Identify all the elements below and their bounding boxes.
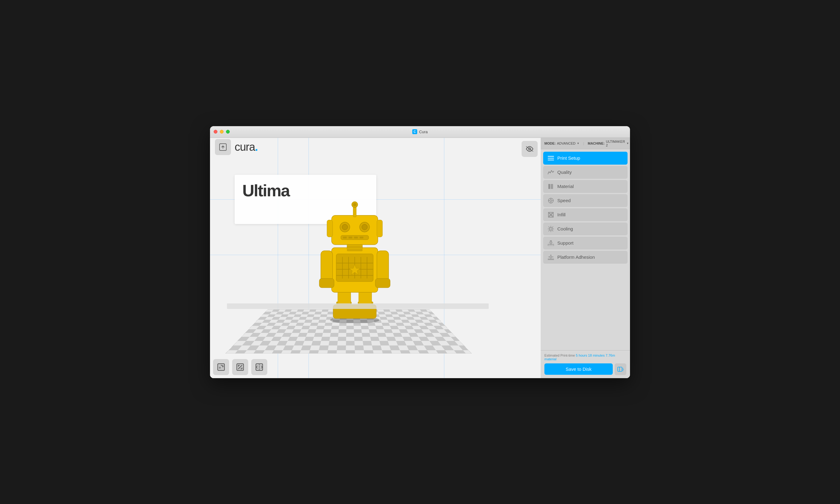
close-button[interactable] (214, 130, 217, 133)
view-mode-button[interactable] (522, 141, 538, 157)
machine-dropdown-arrow: ▼ (626, 142, 629, 145)
svg-rect-25 (347, 246, 363, 248)
svg-rect-27 (332, 215, 378, 245)
menu-label-quality: Quality (557, 169, 572, 175)
svg-rect-36 (360, 237, 363, 238)
svg-point-29 (342, 224, 348, 230)
svg-line-74 (549, 227, 550, 228)
upload-button[interactable] (215, 139, 231, 155)
svg-rect-21 (377, 251, 389, 282)
print-setup-icon (547, 155, 554, 162)
right-panel: MODE: ADVANCED ▼ | MACHINE: ULTIMAKER 2 … (541, 138, 630, 378)
svg-rect-42 (218, 364, 225, 371)
platform-edge (227, 303, 489, 309)
cooling-icon (547, 226, 554, 232)
machine-selector[interactable]: MACHINE: ULTIMAKER 2 ▼ (588, 140, 629, 147)
minimize-button[interactable] (220, 130, 224, 133)
ultimaker-branding: Ultima (242, 181, 290, 200)
app-window: C Cura (210, 126, 630, 378)
mode-dropdown-arrow: ▼ (577, 142, 579, 145)
speed-icon (547, 197, 554, 204)
panel-header: MODE: ADVANCED ▼ | MACHINE: ULTIMAKER 2 … (541, 138, 630, 149)
3d-viewport[interactable]: cura. Ultima (210, 138, 541, 378)
titlebar: C Cura (210, 126, 630, 138)
estimate-text: Estimated Print-time 5 hours 18 minutes … (544, 354, 626, 361)
svg-rect-40 (327, 220, 333, 237)
mode-selector[interactable]: MODE: ADVANCED ▼ (544, 142, 579, 145)
svg-rect-19 (321, 251, 333, 282)
svg-rect-87 (618, 367, 622, 372)
bottom-panel: Estimated Print-time 5 hours 18 minutes … (541, 350, 630, 378)
maximize-button[interactable] (226, 130, 230, 133)
traffic-lights (214, 130, 230, 133)
menu-label-material: Material (557, 184, 574, 189)
menu-item-print-setup[interactable]: Print Setup (543, 152, 628, 165)
menu-item-quality[interactable]: Quality (543, 166, 628, 179)
menu-label-print-setup: Print Setup (557, 156, 580, 161)
svg-point-31 (362, 224, 367, 230)
svg-line-77 (549, 230, 550, 231)
app-icon: C (412, 129, 417, 134)
logo-text: cura. (234, 141, 258, 154)
svg-rect-35 (354, 237, 358, 238)
mode-value: ADVANCED (557, 142, 576, 145)
menu-item-speed[interactable]: Speed (543, 194, 628, 207)
platform-adhesion-icon (547, 254, 554, 260)
material-icon (547, 183, 554, 190)
mode-label: MODE: (544, 142, 556, 145)
menu-item-cooling[interactable]: Cooling (543, 222, 628, 235)
menu-item-platform-adhesion[interactable]: Platform Adhesion (543, 251, 628, 264)
save-row: Save to Disk (544, 363, 626, 375)
save-to-disk-button[interactable]: Save to Disk (544, 363, 613, 375)
svg-line-80 (549, 241, 551, 243)
header-divider: | (583, 142, 584, 145)
bottom-tools (213, 359, 267, 375)
menu-label-platform-adhesion: Platform Adhesion (557, 254, 595, 260)
svg-rect-22 (375, 278, 390, 288)
mirror-tool[interactable] (251, 359, 267, 375)
machine-label: MACHINE: (588, 142, 605, 145)
svg-line-81 (551, 241, 553, 243)
svg-point-39 (353, 203, 356, 206)
main-content: cura. Ultima (210, 138, 630, 378)
rotate-tool[interactable] (213, 359, 229, 375)
menu-label-cooling: Cooling (557, 226, 573, 231)
machine-value: ULTIMAKER 2 (606, 140, 625, 147)
svg-point-57 (550, 200, 552, 201)
quality-icon (547, 169, 554, 176)
svg-point-43 (219, 367, 221, 368)
svg-rect-20 (319, 278, 334, 288)
svg-line-75 (552, 230, 553, 231)
svg-line-76 (552, 227, 553, 228)
menu-label-support: Support (557, 240, 574, 246)
support-icon (547, 240, 554, 247)
svg-rect-26 (347, 249, 363, 251)
scale-tool[interactable] (232, 359, 248, 375)
cura-logo: cura. (234, 141, 258, 154)
menu-label-speed: Speed (557, 198, 571, 203)
save-extra-button[interactable] (615, 363, 626, 375)
menu-item-infill[interactable]: Infill (543, 208, 628, 221)
menu-label-infill: Infill (557, 212, 566, 217)
menu-item-material[interactable]: Material (543, 180, 628, 193)
estimate-time: 5 hours 18 minutes (576, 354, 605, 357)
svg-rect-34 (349, 237, 352, 238)
menu-item-support[interactable]: Support (543, 237, 628, 250)
window-title: C Cura (412, 129, 428, 134)
viewport-toolbar: cura. (210, 138, 541, 156)
svg-rect-33 (343, 237, 347, 238)
infill-icon (547, 211, 554, 218)
svg-rect-41 (377, 220, 382, 237)
settings-menu: Print Setup Quality (541, 149, 630, 350)
